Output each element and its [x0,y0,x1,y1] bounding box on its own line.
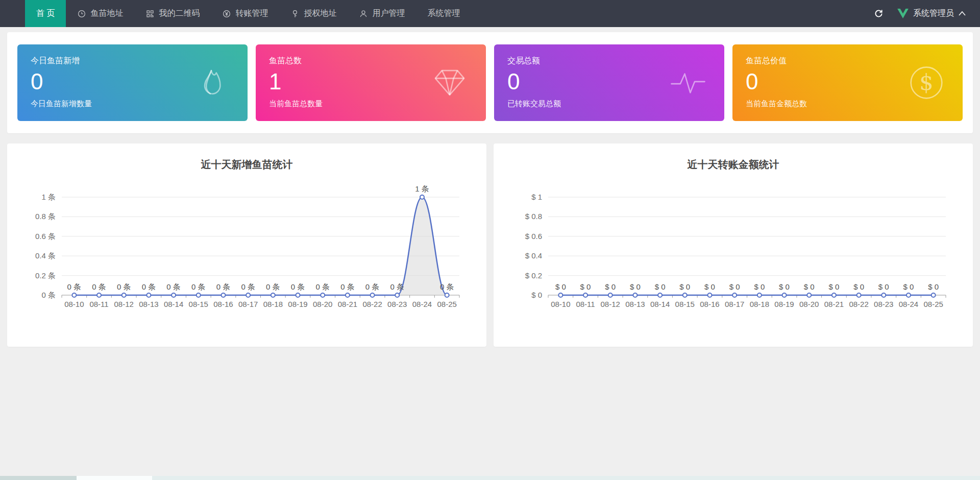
nav-item-label: 我的二维码 [159,8,200,19]
svg-text:08-24: 08-24 [412,300,432,308]
nav-item-label: 鱼苗地址 [90,8,123,19]
svg-text:08-20: 08-20 [799,300,819,308]
svg-text:$ 0: $ 0 [754,282,765,291]
svg-text:$ 0: $ 0 [804,282,815,291]
chart-panel-transfer-amount: 近十天转账金额统计 $ 0$ 0.2$ 0.4$ 0.6$ 0.8$ 108-1… [494,143,973,347]
svg-text:08-21: 08-21 [824,300,844,308]
svg-text:08-23: 08-23 [387,300,407,308]
svg-text:0 条: 0 条 [315,282,330,291]
svg-text:08-20: 08-20 [313,300,332,308]
svg-text:$ 0: $ 0 [928,282,939,291]
svg-text:0 条: 0 条 [365,282,380,291]
svg-text:0 条: 0 条 [216,282,231,291]
svg-text:$ 0: $ 0 [655,282,666,291]
svg-text:08-12: 08-12 [114,300,134,308]
svg-text:$ 0: $ 0 [679,282,690,291]
svg-text:$ 0: $ 0 [555,282,566,291]
svg-text:08-15: 08-15 [189,300,208,308]
svg-text:08-13: 08-13 [625,300,645,308]
svg-text:08-15: 08-15 [675,300,695,308]
stat-card-today-new-fry: 今日鱼苗新增 0 今日鱼苗新增数量 [17,44,248,121]
svg-text:08-24: 08-24 [899,300,918,308]
svg-text:0 条: 0 条 [142,282,156,291]
yen-icon [222,9,231,18]
nav-item-user-management[interactable]: 用户管理 [348,0,416,27]
refresh-button[interactable] [873,8,884,19]
chart-title: 近十天转账金额统计 [494,158,973,172]
navbar-right: 系统管理员 [873,0,980,27]
nav-item-label: 系统管理 [427,8,460,19]
stat-card-total-transactions: 交易总额 0 已转账交易总额 [494,44,724,121]
user-menu[interactable]: 系统管理员 [897,8,966,19]
svg-text:08-25: 08-25 [923,300,943,308]
svg-text:08-13: 08-13 [139,300,158,308]
flame-icon [191,63,231,103]
diamond-icon [430,63,470,103]
svg-text:$ 0.4: $ 0.4 [525,251,542,260]
nav-item-fry-address[interactable]: 鱼苗地址 [66,0,134,27]
svg-text:$ 0: $ 0 [853,282,864,291]
svg-text:0.2 条: 0.2 条 [35,271,56,280]
svg-text:0 条: 0 条 [340,282,355,291]
svg-text:$ 0: $ 0 [704,282,715,291]
nav-item-label: 首 页 [36,8,55,19]
svg-text:$ 0: $ 0 [580,282,591,291]
svg-text:$ 0: $ 0 [630,282,641,291]
nav-item-home[interactable]: 首 页 [25,0,66,27]
user-name: 系统管理员 [913,8,954,19]
nav-item-auth-address[interactable]: 授权地址 [279,0,348,27]
stat-card-total-fry-value: 鱼苗总价值 0 当前鱼苗金额总数 $ [732,44,963,121]
svg-text:0 条: 0 条 [390,282,405,291]
svg-text:08-17: 08-17 [238,300,258,308]
qrcode-icon [145,9,155,18]
horizontal-scrollbar[interactable] [0,476,980,480]
svg-text:0.6 条: 0.6 条 [35,232,56,241]
nav-item-label: 授权地址 [304,8,336,19]
v-logo-icon [897,9,909,18]
svg-text:1 条: 1 条 [415,184,429,193]
svg-text:$ 0.2: $ 0.2 [525,271,542,280]
svg-text:08-16: 08-16 [213,300,233,308]
svg-text:0.8 条: 0.8 条 [35,212,56,221]
svg-text:0 条: 0 条 [266,282,280,291]
nav-item-system-management[interactable]: 系统管理 [416,0,471,27]
svg-text:08-25: 08-25 [437,300,456,308]
nav-item-my-qrcode[interactable]: 我的二维码 [134,0,211,27]
user-icon [359,9,368,18]
svg-text:$ 0: $ 0 [779,282,790,291]
svg-text:0 条: 0 条 [166,282,181,291]
stat-card-total-fry: 鱼苗总数 1 当前鱼苗总数量 [256,44,486,121]
svg-text:08-11: 08-11 [576,300,595,308]
scrollbar-thumb[interactable] [77,476,152,480]
chart-panel-new-fry: 近十天新增鱼苗统计 0 条0.2 条0.4 条0.6 条0.8 条1 条08-1… [7,143,486,347]
svg-text:08-22: 08-22 [362,300,382,308]
transfer-amount-line-chart[interactable]: $ 0$ 0.2$ 0.4$ 0.6$ 0.8$ 108-1008-1108-1… [494,174,973,337]
new-fry-line-chart[interactable]: 0 条0.2 条0.4 条0.6 条0.8 条1 条08-1008-1108-1… [7,174,486,337]
charts-row: 近十天新增鱼苗统计 0 条0.2 条0.4 条0.6 条0.8 条1 条08-1… [7,143,973,347]
svg-text:0.4 条: 0.4 条 [35,251,56,260]
svg-text:0 条: 0 条 [291,282,305,291]
main-menu: 首 页 鱼苗地址 我的二维码 转账管理 授权地址 用户管理 系统管理 [0,0,471,27]
key-icon [290,9,300,18]
nav-item-transfer[interactable]: 转账管理 [211,0,279,27]
svg-text:08-17: 08-17 [725,300,744,308]
svg-text:08-21: 08-21 [338,300,357,308]
svg-text:$ 0: $ 0 [903,282,914,291]
svg-text:08-16: 08-16 [700,300,719,308]
top-navbar: 首 页 鱼苗地址 我的二维码 转账管理 授权地址 用户管理 系统管理 [0,0,980,27]
svg-text:$ 0.8: $ 0.8 [525,212,542,221]
svg-text:0 条: 0 条 [41,291,56,299]
svg-text:08-11: 08-11 [89,300,108,308]
svg-text:0 条: 0 条 [241,282,255,291]
svg-text:$ 0: $ 0 [729,282,740,291]
svg-text:$ 0: $ 0 [605,282,616,291]
nav-item-label: 转账管理 [235,8,268,19]
svg-text:1 条: 1 条 [41,193,56,201]
svg-text:08-10: 08-10 [64,300,84,308]
svg-text:0 条: 0 条 [67,282,82,291]
svg-text:$ 0: $ 0 [531,291,542,299]
pulse-icon [668,63,708,103]
chart-title: 近十天新增鱼苗统计 [7,158,486,172]
dollar-icon: $ [906,63,946,103]
clock-icon [77,9,86,18]
